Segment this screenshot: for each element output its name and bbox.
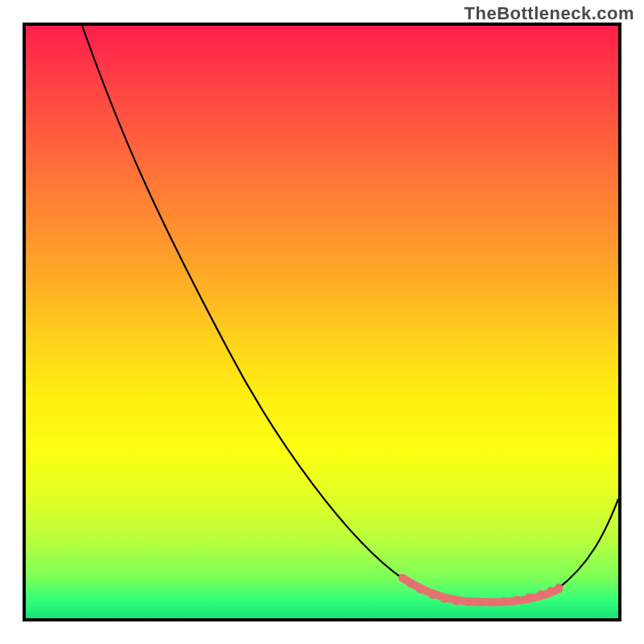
svg-point-3 — [428, 591, 436, 599]
svg-point-4 — [440, 595, 448, 603]
curve-layer — [26, 26, 618, 618]
svg-point-9 — [501, 597, 509, 605]
svg-point-8 — [489, 598, 497, 606]
watermark-text: TheBottleneck.com — [464, 3, 634, 24]
svg-point-7 — [477, 598, 485, 606]
svg-point-2 — [416, 585, 424, 593]
bottleneck-curve — [82, 26, 618, 602]
svg-point-6 — [464, 598, 473, 606]
svg-point-5 — [452, 597, 460, 605]
svg-point-12 — [537, 590, 545, 598]
svg-point-11 — [525, 593, 533, 601]
chart-container: TheBottleneck.com — [0, 0, 644, 644]
svg-point-13 — [547, 587, 555, 595]
svg-point-0 — [398, 574, 407, 582]
highlight-dots — [398, 574, 563, 606]
svg-point-10 — [513, 596, 521, 604]
svg-point-1 — [407, 580, 415, 588]
svg-point-14 — [555, 584, 563, 592]
plot-area — [23, 23, 621, 621]
